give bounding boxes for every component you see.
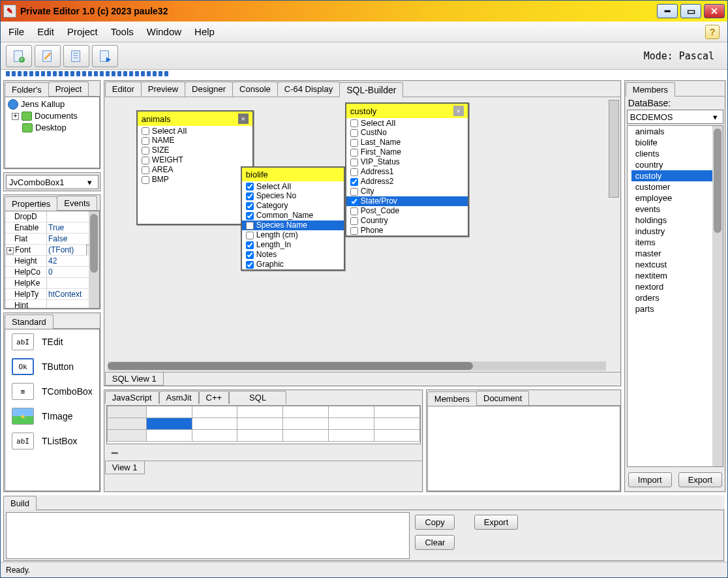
export-button[interactable]: Export [678, 472, 723, 487]
menu-tools[interactable]: Tools [111, 26, 134, 37]
field-row[interactable]: BMP [138, 175, 252, 185]
codetab-c++[interactable]: C++ [199, 391, 230, 404]
database-combo[interactable]: BCDEMOS ▾ [627, 110, 723, 124]
field-row[interactable]: Category [242, 201, 344, 211]
table-biolife[interactable]: biolife Select All Species NoCategoryCom… [241, 166, 345, 271]
tab-console[interactable]: Console [232, 82, 278, 97]
tab-build[interactable]: Build [3, 496, 37, 510]
list-item[interactable]: events [631, 204, 719, 215]
field-row[interactable]: Phone [346, 226, 468, 236]
toolbar-doc-button[interactable] [63, 45, 89, 67]
field-row[interactable]: Country [346, 216, 468, 226]
field-row[interactable]: Post_Code [346, 206, 468, 216]
tab-standard[interactable]: Standard [5, 314, 53, 329]
field-row[interactable]: VIP_Status [346, 157, 468, 167]
tab-folders[interactable]: Folder's [5, 82, 49, 97]
field-row[interactable]: Address1 [346, 167, 468, 177]
field-row[interactable]: Common_Name [242, 211, 344, 221]
minimize-button[interactable]: ━ [657, 4, 678, 18]
field-row[interactable]: First_Name [346, 147, 468, 157]
copy-button[interactable]: Copy [415, 515, 454, 530]
tree-desktop[interactable]: Desktop [35, 122, 67, 134]
close-icon[interactable]: × [453, 106, 464, 116]
list-item[interactable]: holdings [631, 215, 719, 226]
toolbar-new-button[interactable]: + [6, 45, 32, 67]
scrollbar-vertical[interactable] [609, 100, 619, 198]
tab-sql-view[interactable]: SQL View 1 [105, 373, 164, 386]
list-item[interactable]: employee [631, 192, 719, 204]
export-output-button[interactable]: Export [474, 515, 519, 530]
expand-icon[interactable]: + [12, 113, 19, 120]
menu-edit[interactable]: Edit [37, 26, 54, 37]
sql-grid[interactable] [106, 405, 421, 444]
field-row[interactable]: Address2 [346, 177, 468, 187]
row-header[interactable] [107, 430, 146, 442]
menu-window[interactable]: Window [147, 26, 181, 37]
codetab-javascript[interactable]: JavaScript [105, 391, 159, 404]
tab-editor[interactable]: Editor [105, 82, 142, 97]
select-all-checkbox[interactable] [350, 119, 358, 127]
object-combo[interactable]: JvComboBox1 ▾ [6, 175, 99, 189]
list-item[interactable]: nextord [631, 281, 719, 292]
codetab-sql[interactable]: SQL [229, 391, 286, 404]
component-item[interactable]: abITListBox [5, 429, 99, 453]
maximize-button[interactable]: ▭ [680, 4, 701, 18]
row-header[interactable] [107, 406, 146, 418]
title-bar[interactable]: ✎ Private Editor 1.0 (c) 2023 paule32 ━ … [1, 1, 727, 22]
tab-members-right[interactable]: Members [626, 82, 675, 97]
close-button[interactable]: ✕ [704, 4, 725, 18]
list-item[interactable]: orders [631, 292, 719, 303]
tab-properties[interactable]: Properties [5, 196, 57, 211]
select-all-checkbox[interactable] [142, 127, 149, 135]
toolbar-edit-button[interactable] [35, 45, 61, 67]
list-item[interactable]: nextcust [631, 259, 719, 270]
toolbar-run-button[interactable] [92, 45, 118, 67]
list-item[interactable]: custoly [631, 170, 719, 181]
menu-project[interactable]: Project [67, 26, 98, 37]
import-button[interactable]: Import [628, 472, 672, 487]
component-list[interactable]: abITEditOkTButton≡TComboBox●TImageabITLi… [5, 329, 100, 491]
table-animals[interactable]: animals× Select All NAMESIZEWEIGHTAREABM… [136, 110, 254, 225]
list-item[interactable]: country [631, 159, 719, 170]
field-row[interactable]: Length (cm) [242, 230, 344, 240]
selected-cell[interactable] [146, 418, 192, 430]
tab-members[interactable]: Members [427, 391, 477, 406]
tab-preview[interactable]: Preview [141, 82, 185, 97]
sql-builder-canvas[interactable]: animals× Select All NAMESIZEWEIGHTAREABM… [105, 97, 620, 372]
menu-file[interactable]: File [8, 26, 24, 37]
tab-designer[interactable]: Designer [185, 82, 233, 97]
field-row[interactable]: City [346, 187, 468, 196]
tab-view[interactable]: View 1 [105, 461, 145, 474]
output-area[interactable] [6, 512, 410, 559]
scrollbar-horizontal[interactable] [108, 361, 606, 371]
help-icon[interactable]: ? [705, 25, 720, 39]
scrollbar[interactable] [712, 126, 723, 466]
folder-tree[interactable]: Jens Kallup +Documents Desktop [5, 97, 100, 168]
scrollbar[interactable] [89, 211, 99, 308]
tables-listbox[interactable]: animalsbiolifeclientscountrycustolycusto… [627, 125, 723, 467]
field-row[interactable]: AREA [138, 165, 252, 175]
field-row[interactable]: Species Name [242, 221, 344, 230]
tree-root[interactable]: Jens Kallup [21, 99, 65, 110]
field-row[interactable]: SIZE [138, 145, 252, 155]
list-item[interactable]: industry [631, 226, 719, 237]
close-icon[interactable]: × [238, 114, 249, 124]
component-item[interactable]: ●TImage [5, 404, 99, 429]
list-item[interactable]: customer [631, 181, 719, 192]
field-row[interactable]: Graphic [242, 260, 344, 269]
component-item[interactable]: ≡TComboBox [5, 379, 99, 404]
list-item[interactable]: master [631, 248, 719, 259]
property-grid[interactable]: DropDEnableTrueFlatFalse+Font(TFont)…Hei… [5, 211, 100, 309]
clear-button[interactable]: Clear [415, 535, 455, 550]
splitter-gripper[interactable] [1, 70, 727, 78]
component-item[interactable]: OkTButton [5, 354, 99, 379]
field-row[interactable]: Notes [242, 250, 344, 260]
component-item[interactable]: abITEdit [5, 329, 99, 354]
field-row[interactable]: State/Prov [346, 196, 468, 206]
field-row[interactable]: CustNo [346, 128, 468, 138]
list-item[interactable]: nextitem [631, 270, 719, 281]
field-row[interactable]: Species No [242, 191, 344, 201]
field-row[interactable]: Last_Name [346, 138, 468, 147]
list-item[interactable]: clients [631, 148, 719, 159]
field-row[interactable]: WEIGHT [138, 155, 252, 165]
